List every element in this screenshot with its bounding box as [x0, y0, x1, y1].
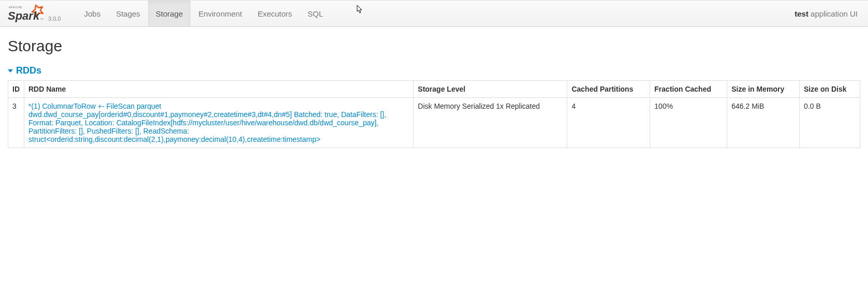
col-cached-partitions[interactable]: Cached Partitions — [567, 81, 650, 98]
tab-environment[interactable]: Environment — [190, 1, 249, 26]
col-rdd-name[interactable]: RDD Name — [24, 81, 414, 98]
cell-rdd-name: *(1) ColumnarToRow +- FileScan parquet d… — [24, 98, 414, 148]
nav-tabs: Jobs Stages Storage Environment Executor… — [76, 1, 795, 26]
col-id[interactable]: ID — [8, 81, 24, 98]
col-fraction-cached[interactable]: Fraction Cached — [650, 81, 727, 98]
cell-cached-partitions: 4 — [567, 98, 650, 148]
spark-logo-icon: APACHE Spark ™ — [8, 4, 45, 23]
cell-id: 3 — [8, 98, 24, 148]
tab-executors[interactable]: Executors — [250, 1, 300, 26]
tab-jobs[interactable]: Jobs — [76, 1, 108, 26]
svg-text:Spark: Spark — [8, 9, 40, 22]
tab-storage[interactable]: Storage — [148, 1, 191, 26]
col-storage-level[interactable]: Storage Level — [414, 81, 567, 98]
navbar: APACHE Spark ™ 3.0.0 Jobs Stages Storage… — [0, 0, 868, 27]
spark-logo[interactable]: APACHE Spark ™ 3.0.0 — [8, 4, 61, 23]
spark-version: 3.0.0 — [48, 16, 61, 22]
caret-down-icon — [8, 69, 13, 72]
col-size-on-disk[interactable]: Size on Disk — [800, 81, 860, 98]
app-title: test application UI — [795, 9, 860, 18]
cell-fraction-cached: 100% — [650, 98, 727, 148]
main-content: Storage RDDs ID RDD Name Storage Level C… — [0, 27, 868, 156]
svg-text:™: ™ — [40, 18, 43, 21]
section-title: RDDs — [16, 65, 41, 76]
cell-size-in-memory: 646.2 MiB — [727, 98, 800, 148]
table-row: 3 *(1) ColumnarToRow +- FileScan parquet… — [8, 98, 860, 148]
page-title: Storage — [8, 37, 860, 55]
table-header-row: ID RDD Name Storage Level Cached Partiti… — [8, 81, 860, 98]
cell-storage-level: Disk Memory Serialized 1x Replicated — [414, 98, 567, 148]
col-size-in-memory[interactable]: Size in Memory — [727, 81, 800, 98]
cell-size-on-disk: 0.0 B — [800, 98, 860, 148]
tab-stages[interactable]: Stages — [108, 1, 148, 26]
svg-text:APACHE: APACHE — [9, 6, 22, 9]
rdd-table: ID RDD Name Storage Level Cached Partiti… — [8, 80, 860, 148]
section-toggle-rdds[interactable]: RDDs — [8, 65, 860, 76]
rdd-name-link[interactable]: *(1) ColumnarToRow +- FileScan parquet d… — [28, 102, 386, 143]
tab-sql[interactable]: SQL — [300, 1, 331, 26]
